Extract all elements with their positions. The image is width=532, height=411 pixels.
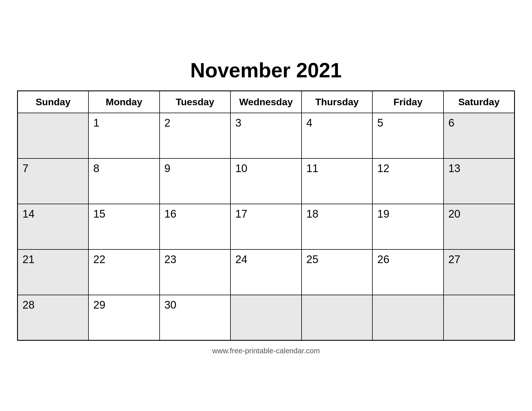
day-number: 22 xyxy=(93,253,105,265)
header-thursday: Thursday xyxy=(302,91,373,113)
page-wrapper: November 2021 Sunday Monday Tuesday Wedn… xyxy=(0,0,532,411)
calendar-cell[interactable]: 7 xyxy=(18,158,89,204)
day-number: 25 xyxy=(306,253,318,265)
day-number: 1 xyxy=(93,117,99,129)
day-number: 24 xyxy=(235,253,247,265)
day-number: 5 xyxy=(377,117,383,129)
calendar-cell[interactable]: 8 xyxy=(88,158,160,204)
calendar-cell[interactable]: 30 xyxy=(160,295,231,340)
calendar-cell[interactable]: 11 xyxy=(302,158,373,204)
week-row-5: 282930 xyxy=(18,295,515,340)
day-number: 9 xyxy=(164,162,170,174)
week-row-4: 21222324252627 xyxy=(18,249,515,295)
calendar-cell[interactable]: 29 xyxy=(88,295,160,340)
calendar-cell[interactable]: 13 xyxy=(444,158,515,204)
calendar-cell[interactable]: 23 xyxy=(160,249,231,295)
calendar-cell[interactable]: 21 xyxy=(18,249,89,295)
calendar-cell[interactable]: 22 xyxy=(88,249,160,295)
day-number: 18 xyxy=(306,208,318,220)
calendar-cell[interactable] xyxy=(444,295,515,340)
day-number: 23 xyxy=(164,253,176,265)
calendar-cell[interactable]: 20 xyxy=(444,204,515,249)
calendar-cell[interactable]: 16 xyxy=(160,204,231,249)
day-number: 13 xyxy=(448,162,460,174)
day-number: 2 xyxy=(164,117,170,129)
calendar-cell[interactable]: 24 xyxy=(230,249,302,295)
calendar-cell[interactable]: 5 xyxy=(372,113,444,158)
day-number: 11 xyxy=(306,162,318,174)
day-number: 21 xyxy=(22,253,34,265)
header-wednesday: Wednesday xyxy=(230,91,302,113)
day-number: 30 xyxy=(164,299,176,311)
calendar-cell[interactable]: 25 xyxy=(302,249,373,295)
calendar-cell[interactable] xyxy=(230,295,302,340)
calendar-cell[interactable]: 18 xyxy=(302,204,373,249)
header-tuesday: Tuesday xyxy=(160,91,231,113)
day-number: 10 xyxy=(235,162,247,174)
calendar-cell[interactable]: 9 xyxy=(160,158,231,204)
day-number: 16 xyxy=(164,208,176,220)
day-number: 3 xyxy=(235,117,241,129)
calendar-cell[interactable]: 15 xyxy=(88,204,160,249)
header-sunday: Sunday xyxy=(18,91,89,113)
week-row-2: 78910111213 xyxy=(18,158,515,204)
calendar-cell[interactable]: 27 xyxy=(444,249,515,295)
day-number: 12 xyxy=(377,162,389,174)
calendar-cell[interactable] xyxy=(18,113,89,158)
header-row: Sunday Monday Tuesday Wednesday Thursday… xyxy=(18,91,515,113)
calendar-cell[interactable]: 17 xyxy=(230,204,302,249)
calendar-cell[interactable] xyxy=(302,295,373,340)
day-number: 8 xyxy=(93,162,99,174)
calendar-cell[interactable]: 19 xyxy=(372,204,444,249)
calendar-container: Sunday Monday Tuesday Wednesday Thursday… xyxy=(17,90,515,341)
calendar-cell[interactable]: 10 xyxy=(230,158,302,204)
calendar-table: Sunday Monday Tuesday Wednesday Thursday… xyxy=(17,90,515,341)
calendar-cell[interactable]: 2 xyxy=(160,113,231,158)
day-number: 26 xyxy=(377,253,389,265)
header-friday: Friday xyxy=(372,91,444,113)
calendar-cell[interactable]: 4 xyxy=(302,113,373,158)
week-row-3: 14151617181920 xyxy=(18,204,515,249)
day-number: 7 xyxy=(22,162,28,174)
day-number: 20 xyxy=(448,208,460,220)
header-saturday: Saturday xyxy=(444,91,515,113)
day-number: 4 xyxy=(306,117,312,129)
calendar-title: November 2021 xyxy=(190,59,342,82)
day-number: 14 xyxy=(22,208,34,220)
header-monday: Monday xyxy=(88,91,160,113)
footer-url: www.free-printable-calendar.com xyxy=(212,346,320,355)
week-row-1: 123456 xyxy=(18,113,515,158)
calendar-cell[interactable]: 26 xyxy=(372,249,444,295)
day-number: 19 xyxy=(377,208,389,220)
day-number: 29 xyxy=(93,299,105,311)
calendar-cell[interactable]: 14 xyxy=(18,204,89,249)
calendar-cell[interactable]: 3 xyxy=(230,113,302,158)
calendar-cell[interactable]: 28 xyxy=(18,295,89,340)
day-number: 6 xyxy=(448,117,454,129)
day-number: 17 xyxy=(235,208,247,220)
calendar-cell[interactable]: 6 xyxy=(444,113,515,158)
day-number: 27 xyxy=(448,253,460,265)
calendar-cell[interactable]: 1 xyxy=(88,113,160,158)
calendar-cell[interactable] xyxy=(372,295,444,340)
day-number: 28 xyxy=(22,299,34,311)
calendar-cell[interactable]: 12 xyxy=(372,158,444,204)
day-number: 15 xyxy=(93,208,105,220)
